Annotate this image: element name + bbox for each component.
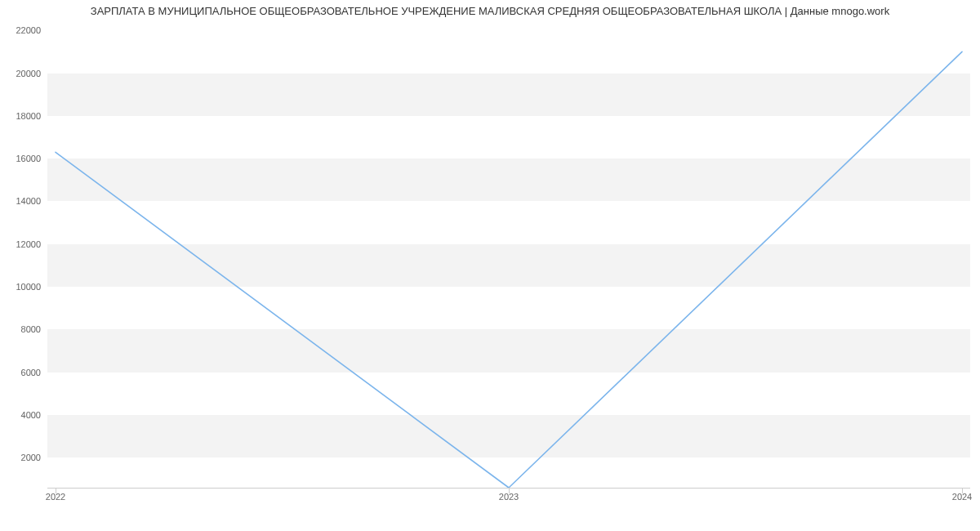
x-tick-mark — [962, 488, 963, 493]
y-tick-label: 20000 — [5, 69, 41, 78]
plot-area — [47, 26, 970, 488]
series-line — [56, 51, 962, 488]
line-layer — [47, 26, 970, 488]
chart-container: ЗАРПЛАТА В МУНИЦИПАЛЬНОЕ ОБЩЕОБРАЗОВАТЕЛ… — [0, 0, 980, 531]
y-tick-label: 14000 — [5, 196, 41, 206]
x-tick-mark — [509, 488, 510, 493]
y-tick-label: 2000 — [5, 453, 41, 462]
chart-title: ЗАРПЛАТА В МУНИЦИПАЛЬНОЕ ОБЩЕОБРАЗОВАТЕЛ… — [0, 5, 980, 17]
y-tick-label: 8000 — [5, 324, 41, 334]
y-tick-label: 18000 — [5, 111, 41, 121]
y-tick-label: 10000 — [5, 282, 41, 292]
y-tick-label: 6000 — [5, 368, 41, 377]
x-tick-mark — [56, 488, 56, 493]
y-tick-label: 4000 — [5, 410, 41, 420]
y-tick-label: 12000 — [5, 239, 41, 249]
y-tick-label: 22000 — [5, 25, 41, 35]
y-tick-label: 16000 — [5, 154, 41, 163]
